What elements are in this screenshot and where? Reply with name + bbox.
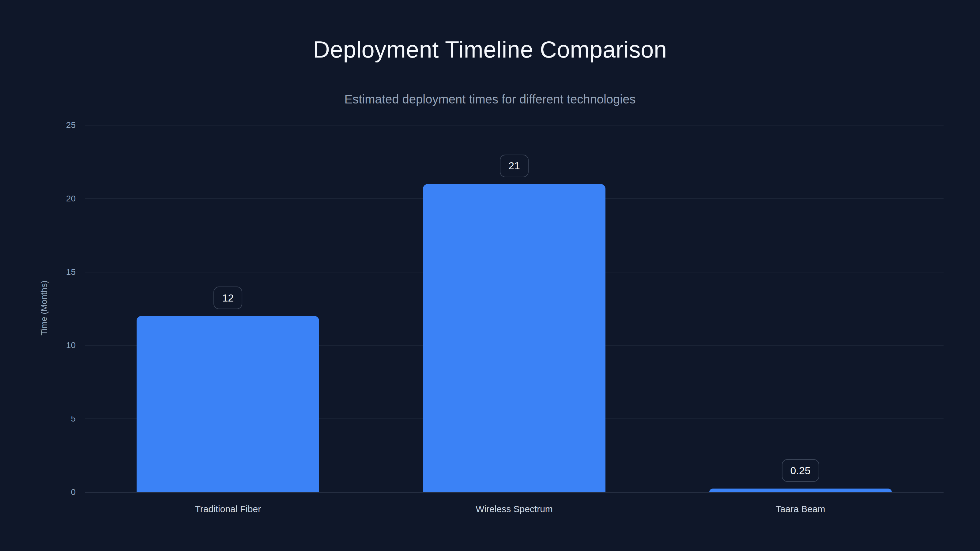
bar-taara-beam: 0.25 xyxy=(709,489,892,492)
chart-title: Deployment Timeline Comparison xyxy=(0,36,980,63)
y-tick-label-0: 0 xyxy=(71,487,76,497)
x-label-wireless-spectrum: Wireless Spectrum xyxy=(476,504,553,514)
y-tick-label-25: 25 xyxy=(66,120,76,130)
y-tick-label-10: 10 xyxy=(66,340,76,350)
x-label-taara-beam: Taara Beam xyxy=(776,504,825,514)
y-axis-ticks: 0510152025 xyxy=(0,125,76,492)
bar-traditional-fiber: 12 xyxy=(137,316,319,492)
value-badge-wireless-spectrum: 21 xyxy=(500,155,528,177)
y-tick-label-15: 15 xyxy=(66,267,76,277)
x-axis-labels: Traditional FiberWireless SpectrumTaara … xyxy=(85,492,943,517)
y-tick-label-20: 20 xyxy=(66,194,76,203)
plot-area: 12210.25 xyxy=(85,125,943,492)
value-badge-taara-beam: 0.25 xyxy=(782,459,819,482)
chart-subtitle: Estimated deployment times for different… xyxy=(0,92,980,106)
x-label-traditional-fiber: Traditional Fiber xyxy=(195,504,261,514)
gridline-25 xyxy=(85,125,943,125)
value-badge-traditional-fiber: 12 xyxy=(213,286,242,309)
bar-wireless-spectrum: 21 xyxy=(423,184,605,492)
y-tick-label-5: 5 xyxy=(71,414,76,424)
